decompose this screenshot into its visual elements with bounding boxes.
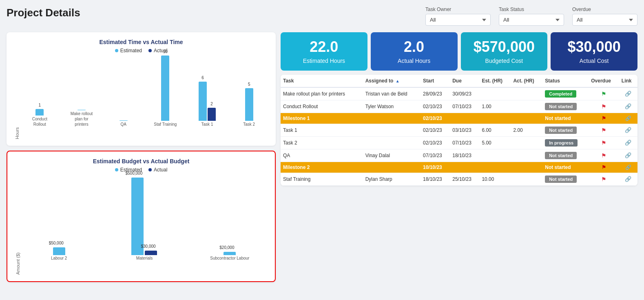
row-due: 25/10/23 bbox=[450, 173, 479, 185]
bars-labour2: $50,000 bbox=[53, 178, 65, 255]
bar-subcontractor-estimated: $20,000 bbox=[224, 252, 236, 255]
bar-task1-actual: 2 bbox=[208, 108, 216, 121]
row-status: Not started bbox=[542, 124, 589, 136]
bar-staf-training-estimated: 10 bbox=[161, 56, 169, 121]
link-icon: 🔗 bbox=[625, 176, 631, 182]
bar-materials-estimated: $500,000 bbox=[131, 178, 144, 255]
row-status: Completed bbox=[542, 87, 589, 100]
row-start: 18/10/23 bbox=[420, 173, 450, 185]
flag-icon: ⚑ bbox=[601, 176, 606, 182]
budget-y-axis-label: Amount ($) bbox=[14, 177, 20, 275]
bar-label-1: 1 bbox=[35, 103, 44, 107]
time-chart-title: Estimated Time vs Actual Time bbox=[13, 39, 269, 45]
bars-task1: 6 2 bbox=[199, 56, 216, 121]
budget-bars-container: $50,000 Labour 2 $500,000 bbox=[20, 177, 268, 275]
row-link: 🔗 bbox=[619, 136, 637, 149]
bar-xlabel-rollout-plan: Make rolloutplan forprinters bbox=[71, 111, 93, 127]
bar-label-10: 10 bbox=[161, 49, 169, 54]
row-due: 18/10/23 bbox=[450, 149, 479, 162]
row-link: 🔗 bbox=[619, 124, 637, 136]
row-link: 🔗 bbox=[619, 87, 637, 100]
link-icon: 🔗 bbox=[625, 91, 631, 97]
bar-xlabel-staf-training: Staf Training bbox=[154, 122, 177, 127]
row-overdue: ⚑ bbox=[589, 87, 619, 100]
milestone-act-hr bbox=[511, 162, 542, 173]
table-row: Task 1 02/10/23 03/10/23 6.00 2.00 Not s… bbox=[281, 124, 637, 136]
link-icon: 🔗 bbox=[625, 140, 631, 146]
col-est-hr: Est. (HR) bbox=[479, 75, 511, 87]
milestone-due bbox=[450, 113, 479, 124]
row-assigned bbox=[363, 136, 420, 149]
bar-xlabel-conduct-rollout: ConductRollout bbox=[32, 116, 47, 127]
table-row: Staf Training Dylan Sharp 18/10/23 25/10… bbox=[281, 173, 637, 185]
row-assigned: Vinay Dalal bbox=[363, 149, 420, 162]
row-est-hr bbox=[479, 87, 511, 100]
tasks-table-card: Task Assigned to ▲ Start Due Est. (HR) A… bbox=[281, 75, 637, 186]
page-title: Project Details bbox=[7, 7, 80, 19]
status-badge: Not started bbox=[545, 103, 577, 110]
table-row: Conduct Rollout Tyler Watson 02/10/23 07… bbox=[281, 100, 637, 113]
left-panel: Estimated Time vs Actual Time Estimated … bbox=[7, 32, 276, 282]
kpi-actual-hours: 2.0 Actual Hours bbox=[371, 32, 458, 71]
row-act-hr bbox=[511, 149, 542, 162]
bar-group-rollout-plan: Make rolloutplan forprinters bbox=[62, 45, 102, 127]
bar-group-labour2: $50,000 Labour 2 bbox=[20, 178, 97, 260]
milestone-est-hr bbox=[479, 162, 511, 173]
row-act-hr bbox=[511, 87, 542, 100]
milestone-overdue: ⚑ bbox=[589, 113, 619, 124]
budget-actual-dot bbox=[148, 168, 152, 171]
bar-label-5: 5 bbox=[245, 82, 253, 87]
row-link: 🔗 bbox=[619, 100, 637, 113]
row-est-hr: 10.00 bbox=[479, 173, 511, 185]
row-overdue: ⚑ bbox=[589, 100, 619, 113]
tasks-table: Task Assigned to ▲ Start Due Est. (HR) A… bbox=[281, 75, 637, 186]
task-owner-select[interactable]: All bbox=[425, 14, 491, 26]
budget-estimated-dot bbox=[115, 168, 118, 171]
bar-task2-estimated: 5 bbox=[245, 88, 253, 121]
row-act-hr bbox=[511, 173, 542, 185]
row-status: Not started bbox=[542, 100, 589, 113]
overdue-select[interactable]: All bbox=[572, 14, 637, 26]
milestone-start: 10/10/23 bbox=[420, 162, 450, 173]
time-bars-container: 1 ConductRollout Make rolloutplan forpri… bbox=[20, 58, 269, 139]
task-status-select[interactable]: All bbox=[499, 14, 564, 26]
milestone-link: 🔗 bbox=[619, 162, 637, 173]
milestone-due bbox=[450, 162, 479, 173]
bar-label-500k: $500,000 bbox=[125, 171, 142, 176]
row-link: 🔗 bbox=[619, 149, 637, 162]
table-header-row: Task Assigned to ▲ Start Due Est. (HR) A… bbox=[281, 75, 637, 87]
row-act-hr bbox=[511, 136, 542, 149]
col-act-hr: Act. (HR) bbox=[511, 75, 542, 87]
row-task: Task 2 bbox=[281, 136, 363, 149]
bars-rollout-plan bbox=[77, 45, 86, 110]
kpi-estimated-hours-value: 22.0 bbox=[287, 39, 361, 55]
table-row: Milestone 1 02/10/23 Not started ⚑ 🔗 bbox=[281, 113, 637, 124]
row-act-hr: 2.00 bbox=[511, 124, 542, 136]
row-task: Task 1 bbox=[281, 124, 363, 136]
milestone-task-cell: Milestone 2 bbox=[281, 162, 420, 173]
table-row: Milestone 2 10/10/23 Not started ⚑ 🔗 bbox=[281, 162, 637, 173]
bar-label-50k: $50,000 bbox=[49, 241, 64, 245]
row-start: 07/10/23 bbox=[420, 149, 450, 162]
flag-icon: ⚑ bbox=[601, 127, 606, 133]
bar-group-materials: $500,000 $30,000 Materials bbox=[106, 178, 183, 260]
bar-label-20k: $20,000 bbox=[219, 245, 234, 250]
bar-xlabel-labour2: Labour 2 bbox=[51, 256, 67, 260]
link-icon: 🔗 bbox=[625, 103, 631, 109]
col-task: Task bbox=[281, 75, 363, 87]
kpi-actual-hours-value: 2.0 bbox=[377, 39, 451, 55]
row-status: Not started bbox=[542, 173, 589, 185]
bar-group-task1: 6 2 Task 1 bbox=[187, 56, 228, 127]
right-panel: 22.0 Estimated Hours 2.0 Actual Hours $5… bbox=[281, 32, 637, 282]
table-row: QA Vinay Dalal 07/10/23 18/10/23 Not sta… bbox=[281, 149, 637, 162]
row-overdue: ⚑ bbox=[589, 173, 619, 185]
kpi-budgeted-cost: $570,000 Budgeted Cost bbox=[461, 32, 548, 71]
row-task: QA bbox=[281, 149, 363, 162]
bar-group-staf-training: 10 Staf Training bbox=[145, 56, 186, 127]
bar-group-subcontractor: $20,000 Subcontractor Labour bbox=[191, 178, 268, 260]
col-link: Link bbox=[619, 75, 637, 87]
kpi-budgeted-cost-label: Budgeted Cost bbox=[467, 58, 541, 64]
row-est-hr: 6.00 bbox=[479, 124, 511, 136]
row-start: 02/10/23 bbox=[420, 136, 450, 149]
bar-xlabel-task2: Task 2 bbox=[243, 122, 255, 127]
